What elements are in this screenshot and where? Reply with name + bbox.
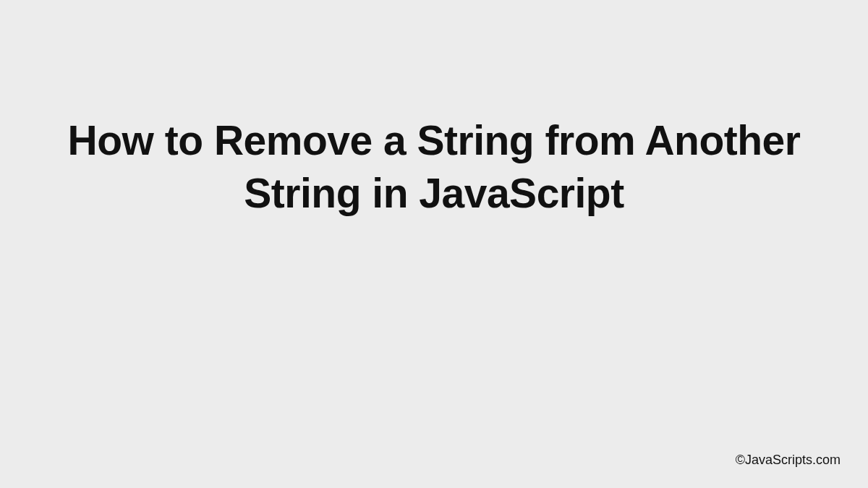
footer-credit: ©JavaScripts.com: [736, 453, 841, 468]
page-title: How to Remove a String from Another Stri…: [0, 114, 868, 220]
